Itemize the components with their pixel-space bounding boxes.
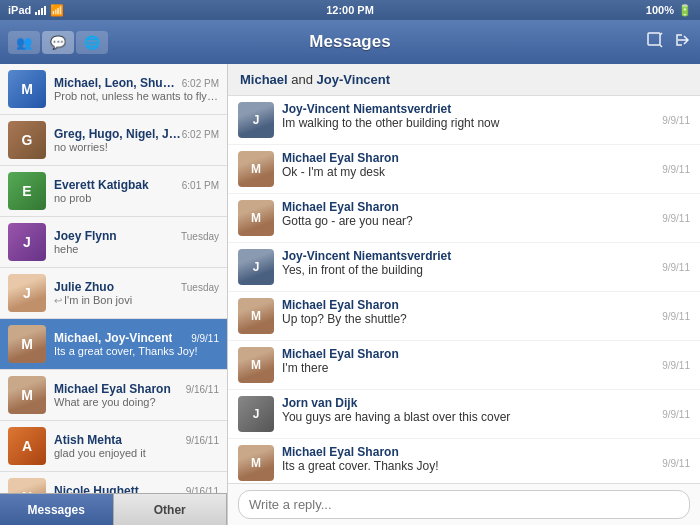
msg-text: Up top? By the shuttle? bbox=[282, 312, 656, 326]
msg-text: You guys are having a blast over this co… bbox=[282, 410, 656, 424]
conv-preview: no prob bbox=[54, 192, 219, 204]
msg-text: Yes, in front of the building bbox=[282, 263, 656, 277]
list-item[interactable]: G Greg, Hugo, Nigel, Jeff,... 6:02 PM no… bbox=[0, 115, 227, 166]
table-row: J Jorn van Dijk You guys are having a bl… bbox=[228, 390, 700, 439]
thread-separator: and bbox=[288, 72, 317, 87]
msg-sender: Michael Eyal Sharon bbox=[282, 445, 656, 459]
conv-preview: glad you enjoyed it bbox=[54, 447, 219, 459]
main-container: M Michael, Leon, Shuo, Jona... 6:02 PM P… bbox=[0, 64, 700, 525]
conv-name: Greg, Hugo, Nigel, Jeff,... bbox=[54, 127, 182, 141]
avatar: M bbox=[238, 151, 274, 187]
conv-name: Atish Mehta bbox=[54, 433, 122, 447]
avatar: A bbox=[8, 427, 46, 465]
msg-date: 9/9/11 bbox=[662, 311, 690, 322]
msg-sender: Joy-Vincent Niemantsverdriet bbox=[282, 102, 656, 116]
msg-date: 9/9/11 bbox=[662, 213, 690, 224]
conversation-list: M Michael, Leon, Shuo, Jona... 6:02 PM P… bbox=[0, 64, 227, 493]
battery-icon: 🔋 bbox=[678, 4, 692, 17]
conv-time: 6:02 PM bbox=[182, 129, 219, 140]
list-item[interactable]: J Joey Flynn Tuesday hehe bbox=[0, 217, 227, 268]
msg-sender: Joy-Vincent Niemantsverdriet bbox=[282, 249, 656, 263]
thread-header: Michael and Joy-Vincent bbox=[228, 64, 700, 96]
message-list: J Joy-Vincent Niemantsverdriet Im walkin… bbox=[228, 96, 700, 483]
tab-other[interactable]: Other bbox=[114, 494, 228, 525]
reply-input[interactable] bbox=[238, 490, 690, 519]
conv-preview: Prob not, unless he wants to fly down ag… bbox=[54, 90, 219, 102]
table-row: J Joy-Vincent Niemantsverdriet Yes, in f… bbox=[228, 243, 700, 292]
tab-chat[interactable]: 💬 bbox=[42, 31, 74, 54]
reply-box bbox=[228, 483, 700, 525]
page-title: Messages bbox=[309, 32, 390, 52]
table-row: J Joy-Vincent Niemantsverdriet Im walkin… bbox=[228, 96, 700, 145]
msg-date: 9/9/11 bbox=[662, 409, 690, 420]
bottom-tabs: Messages Other bbox=[0, 493, 227, 525]
conv-name: Michael Eyal Sharon bbox=[54, 382, 171, 396]
avatar: M bbox=[8, 325, 46, 363]
avatar: G bbox=[8, 121, 46, 159]
msg-sender: Michael Eyal Sharon bbox=[282, 151, 656, 165]
msg-text: Gotta go - are you near? bbox=[282, 214, 656, 228]
conv-preview: ↩I'm in Bon jovi bbox=[54, 294, 219, 306]
avatar: J bbox=[8, 274, 46, 312]
list-item[interactable]: N Nicole Hughett 9/16/11 ↩thanks, will d… bbox=[0, 472, 227, 493]
table-row: M Michael Eyal Sharon Gotta go - are you… bbox=[228, 194, 700, 243]
table-row: M Michael Eyal Sharon I'm there 9/9/11 bbox=[228, 341, 700, 390]
carrier-label: iPad bbox=[8, 4, 31, 16]
nav-tabs: 👥 💬 🌐 bbox=[8, 31, 108, 54]
conv-name: Joey Flynn bbox=[54, 229, 117, 243]
status-bar: iPad 📶 12:00 PM 100% 🔋 bbox=[0, 0, 700, 20]
tab-messages[interactable]: Messages bbox=[0, 494, 114, 525]
conv-preview: hehe bbox=[54, 243, 219, 255]
avatar: E bbox=[8, 172, 46, 210]
svg-line-2 bbox=[660, 45, 662, 47]
avatar: J bbox=[238, 102, 274, 138]
msg-text: I'm there bbox=[282, 361, 656, 375]
table-row: M Michael Eyal Sharon Its a great cover.… bbox=[228, 439, 700, 483]
conv-time: 9/9/11 bbox=[191, 333, 219, 344]
conv-name: Michael, Leon, Shuo, Jona... bbox=[54, 76, 182, 90]
title-bar-left: 👥 💬 🌐 bbox=[8, 31, 108, 54]
avatar: M bbox=[238, 347, 274, 383]
avatar: J bbox=[8, 223, 46, 261]
list-item[interactable]: M Michael, Joy-Vincent 9/9/11 Its a grea… bbox=[0, 319, 227, 370]
conv-time: 6:01 PM bbox=[182, 180, 219, 191]
conv-preview: What are you doing? bbox=[54, 396, 219, 408]
list-item[interactable]: E Everett Katigbak 6:01 PM no prob bbox=[0, 166, 227, 217]
avatar: J bbox=[238, 396, 274, 432]
msg-text: Ok - I'm at my desk bbox=[282, 165, 656, 179]
list-item[interactable]: J Julie Zhuo Tuesday ↩I'm in Bon jovi bbox=[0, 268, 227, 319]
conv-time: 9/16/11 bbox=[186, 435, 219, 446]
tab-globe[interactable]: 🌐 bbox=[76, 31, 108, 54]
list-item[interactable]: M Michael Eyal Sharon 9/16/11 What are y… bbox=[0, 370, 227, 421]
list-item[interactable]: A Atish Mehta 9/16/11 glad you enjoyed i… bbox=[0, 421, 227, 472]
conv-time: Tuesday bbox=[181, 231, 219, 242]
conv-name: Nicole Hughett bbox=[54, 484, 139, 493]
battery-label: 100% bbox=[646, 4, 674, 16]
conv-time: 9/16/11 bbox=[186, 384, 219, 395]
list-item[interactable]: M Michael, Leon, Shuo, Jona... 6:02 PM P… bbox=[0, 64, 227, 115]
msg-sender: Michael Eyal Sharon bbox=[282, 298, 656, 312]
table-row: M Michael Eyal Sharon Up top? By the shu… bbox=[228, 292, 700, 341]
thread-participant-1: Michael bbox=[240, 72, 288, 87]
sidebar: M Michael, Leon, Shuo, Jona... 6:02 PM P… bbox=[0, 64, 228, 525]
avatar: M bbox=[8, 376, 46, 414]
thread-panel: Michael and Joy-Vincent J Joy-Vincent Ni… bbox=[228, 64, 700, 525]
msg-sender: Michael Eyal Sharon bbox=[282, 200, 656, 214]
share-icon[interactable] bbox=[674, 31, 692, 53]
compose-icon[interactable] bbox=[646, 31, 664, 53]
conv-name: Michael, Joy-Vincent bbox=[54, 331, 172, 345]
msg-sender: Jorn van Dijk bbox=[282, 396, 656, 410]
msg-date: 9/9/11 bbox=[662, 262, 690, 273]
msg-date: 9/9/11 bbox=[662, 164, 690, 175]
title-bar: 👥 💬 🌐 Messages bbox=[0, 20, 700, 64]
wifi-icon: 📶 bbox=[50, 4, 64, 17]
conv-name: Everett Katigbak bbox=[54, 178, 149, 192]
msg-sender: Michael Eyal Sharon bbox=[282, 347, 656, 361]
avatar: N bbox=[8, 478, 46, 493]
tab-people[interactable]: 👥 bbox=[8, 31, 40, 54]
avatar: M bbox=[8, 70, 46, 108]
conv-name: Julie Zhuo bbox=[54, 280, 114, 294]
msg-date: 9/9/11 bbox=[662, 458, 690, 469]
avatar: M bbox=[238, 200, 274, 236]
thread-participant-2: Joy-Vincent bbox=[317, 72, 390, 87]
